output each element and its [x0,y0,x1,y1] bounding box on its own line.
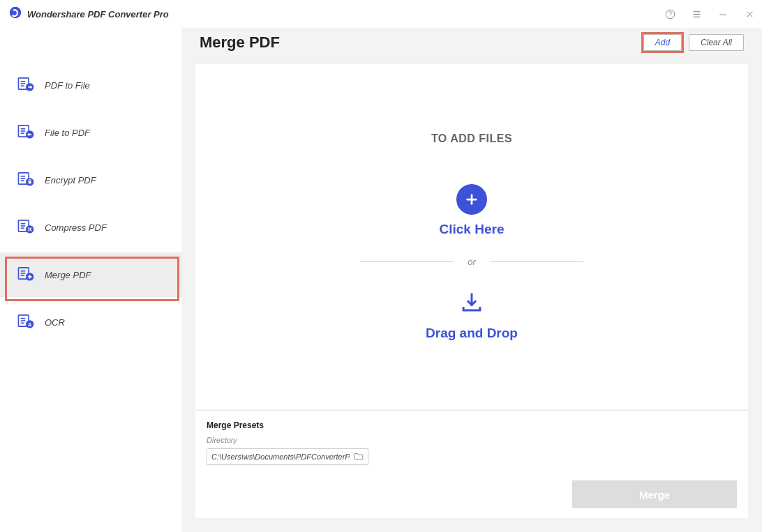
menu-icon[interactable] [691,8,702,20]
sidebar-item-label: OCR [45,317,65,328]
ocr-icon: A [17,312,35,333]
directory-input-wrap [207,448,368,465]
pdf-to-file-icon [17,75,35,96]
add-button[interactable]: Add [643,34,682,51]
sidebar-item-pdf-to-file[interactable]: PDF to File [0,63,181,107]
app-title: Wondershare PDF Converter Pro [27,9,169,20]
svg-rect-24 [29,181,31,183]
sidebar-item-encrypt-pdf[interactable]: Encrypt PDF [0,158,181,202]
title-bar: Wondershare PDF Converter Pro [0,0,762,28]
merge-pdf-icon [17,264,35,285]
app-logo-icon [9,6,22,22]
minimize-icon[interactable] [717,8,729,20]
sidebar-item-label: PDF to File [45,80,90,91]
click-here-label: Click Here [440,222,505,237]
sidebar-item-label: Merge PDF [45,270,91,280]
drop-zone[interactable]: TO ADD FILES Click Here or Drag and Drop [195,64,748,409]
main-panel: Merge PDF Add Clear All TO ADD FILES Cli… [181,0,762,532]
sidebar-item-ocr[interactable]: A OCR [0,300,181,344]
drag-drop-icon [460,292,484,316]
or-label: or [468,257,476,267]
compress-pdf-icon [17,217,35,238]
svg-point-1 [666,10,675,19]
clear-all-button[interactable]: Clear All [689,34,744,51]
encrypt-pdf-icon [17,169,35,190]
sidebar: PDF to File File to PDF Encrypt PDF Comp… [0,28,181,532]
or-divider: or [360,257,583,267]
sidebar-item-label: Compress PDF [45,222,107,233]
directory-input[interactable] [211,453,350,461]
svg-text:A: A [28,321,32,328]
sidebar-item-label: Encrypt PDF [45,175,96,185]
svg-point-2 [670,16,671,17]
sidebar-item-compress-pdf[interactable]: Compress PDF [0,205,181,250]
add-files-plus-icon[interactable] [456,184,487,215]
presets-title: Merge Presets [207,420,737,430]
merge-button[interactable]: Merge [572,480,737,508]
drag-and-drop-label: Drag and Drop [426,326,518,341]
to-add-files-label: TO ADD FILES [431,132,512,145]
window-controls [664,0,755,28]
page-title: Merge PDF [200,33,280,52]
close-icon[interactable] [744,8,755,20]
merge-presets-panel: Merge Presets Directory Merge [195,410,748,518]
sidebar-item-merge-pdf[interactable]: Merge PDF [0,252,181,297]
browse-folder-icon[interactable] [354,450,364,463]
content-header: Merge PDF Add Clear All [200,33,744,52]
svg-point-29 [26,225,33,233]
directory-label: Directory [207,436,737,444]
sidebar-item-file-to-pdf[interactable]: File to PDF [0,110,181,155]
help-icon[interactable] [664,8,675,20]
sidebar-item-label: File to PDF [45,128,90,138]
file-to-pdf-icon [17,122,35,143]
